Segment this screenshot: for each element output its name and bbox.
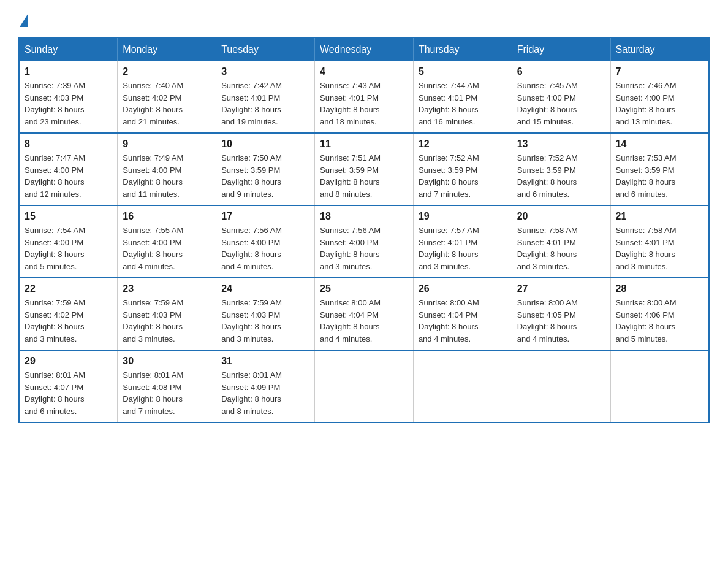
- calendar-cell: 22 Sunrise: 7:59 AMSunset: 4:02 PMDaylig…: [19, 278, 118, 350]
- day-number: 10: [221, 139, 309, 150]
- weekday-header-saturday: Saturday: [610, 37, 709, 61]
- day-info: Sunrise: 8:00 AMSunset: 4:06 PMDaylight:…: [616, 297, 703, 345]
- calendar-cell: 10 Sunrise: 7:50 AMSunset: 3:59 PMDaylig…: [216, 133, 315, 205]
- calendar-cell: 3 Sunrise: 7:42 AMSunset: 4:01 PMDayligh…: [216, 61, 315, 133]
- day-number: 6: [517, 66, 605, 77]
- day-number: 13: [517, 139, 605, 150]
- calendar-cell: [610, 350, 709, 423]
- day-info: Sunrise: 7:56 AMSunset: 4:00 PMDaylight:…: [221, 224, 309, 272]
- day-number: 26: [419, 283, 507, 294]
- page-header: [18, 12, 710, 25]
- day-info: Sunrise: 7:59 AMSunset: 4:03 PMDaylight:…: [123, 297, 211, 345]
- day-number: 1: [25, 66, 112, 77]
- logo-triangle-icon: [20, 13, 28, 27]
- calendar-cell: 2 Sunrise: 7:40 AMSunset: 4:02 PMDayligh…: [118, 61, 216, 133]
- day-info: Sunrise: 7:52 AMSunset: 3:59 PMDaylight:…: [517, 152, 605, 200]
- day-number: 14: [616, 139, 703, 150]
- day-info: Sunrise: 8:00 AMSunset: 4:04 PMDaylight:…: [419, 297, 507, 345]
- day-info: Sunrise: 7:44 AMSunset: 4:01 PMDaylight:…: [419, 80, 507, 128]
- day-info: Sunrise: 7:58 AMSunset: 4:01 PMDaylight:…: [616, 224, 703, 272]
- weekday-header-monday: Monday: [118, 37, 216, 61]
- day-info: Sunrise: 7:53 AMSunset: 3:59 PMDaylight:…: [616, 152, 703, 200]
- day-number: 28: [616, 283, 703, 294]
- day-info: Sunrise: 7:49 AMSunset: 4:00 PMDaylight:…: [123, 152, 211, 200]
- calendar-cell: 25 Sunrise: 8:00 AMSunset: 4:04 PMDaylig…: [315, 278, 414, 350]
- calendar-cell: 21 Sunrise: 7:58 AMSunset: 4:01 PMDaylig…: [610, 205, 709, 278]
- day-info: Sunrise: 7:59 AMSunset: 4:02 PMDaylight:…: [25, 297, 112, 345]
- day-info: Sunrise: 7:39 AMSunset: 4:03 PMDaylight:…: [25, 80, 112, 128]
- day-number: 4: [320, 66, 408, 77]
- day-number: 15: [25, 211, 112, 222]
- calendar-cell: 28 Sunrise: 8:00 AMSunset: 4:06 PMDaylig…: [610, 278, 709, 350]
- day-info: Sunrise: 7:54 AMSunset: 4:00 PMDaylight:…: [25, 224, 112, 272]
- calendar-week-row: 8 Sunrise: 7:47 AMSunset: 4:00 PMDayligh…: [19, 133, 709, 205]
- day-number: 21: [616, 211, 703, 222]
- calendar-cell: 4 Sunrise: 7:43 AMSunset: 4:01 PMDayligh…: [315, 61, 414, 133]
- day-number: 19: [419, 211, 507, 222]
- day-number: 7: [616, 66, 703, 77]
- weekday-header-tuesday: Tuesday: [216, 37, 315, 61]
- day-info: Sunrise: 7:57 AMSunset: 4:01 PMDaylight:…: [419, 224, 507, 272]
- calendar-cell: 31 Sunrise: 8:01 AMSunset: 4:09 PMDaylig…: [216, 350, 315, 423]
- calendar-cell: 26 Sunrise: 8:00 AMSunset: 4:04 PMDaylig…: [413, 278, 512, 350]
- day-info: Sunrise: 7:45 AMSunset: 4:00 PMDaylight:…: [517, 80, 605, 128]
- day-info: Sunrise: 8:01 AMSunset: 4:09 PMDaylight:…: [221, 369, 309, 417]
- calendar-table: SundayMondayTuesdayWednesdayThursdayFrid…: [18, 37, 710, 423]
- day-info: Sunrise: 8:00 AMSunset: 4:05 PMDaylight:…: [517, 297, 605, 345]
- calendar-week-row: 22 Sunrise: 7:59 AMSunset: 4:02 PMDaylig…: [19, 278, 709, 350]
- calendar-cell: 13 Sunrise: 7:52 AMSunset: 3:59 PMDaylig…: [512, 133, 610, 205]
- day-number: 27: [517, 283, 605, 294]
- day-number: 16: [123, 211, 211, 222]
- calendar-cell: [315, 350, 414, 423]
- calendar-cell: 1 Sunrise: 7:39 AMSunset: 4:03 PMDayligh…: [19, 61, 118, 133]
- day-info: Sunrise: 8:01 AMSunset: 4:07 PMDaylight:…: [25, 369, 112, 417]
- weekday-header-row: SundayMondayTuesdayWednesdayThursdayFrid…: [19, 37, 709, 61]
- day-info: Sunrise: 7:50 AMSunset: 3:59 PMDaylight:…: [221, 152, 309, 200]
- day-number: 12: [419, 139, 507, 150]
- day-number: 5: [419, 66, 507, 77]
- calendar-week-row: 1 Sunrise: 7:39 AMSunset: 4:03 PMDayligh…: [19, 61, 709, 133]
- calendar-cell: 19 Sunrise: 7:57 AMSunset: 4:01 PMDaylig…: [413, 205, 512, 278]
- calendar-cell: 8 Sunrise: 7:47 AMSunset: 4:00 PMDayligh…: [19, 133, 118, 205]
- day-number: 17: [221, 211, 309, 222]
- weekday-header-friday: Friday: [512, 37, 610, 61]
- day-number: 22: [25, 283, 112, 294]
- day-info: Sunrise: 7:40 AMSunset: 4:02 PMDaylight:…: [123, 80, 211, 128]
- calendar-week-row: 29 Sunrise: 8:01 AMSunset: 4:07 PMDaylig…: [19, 350, 709, 423]
- day-number: 2: [123, 66, 211, 77]
- day-number: 8: [25, 139, 112, 150]
- day-number: 30: [123, 356, 211, 367]
- day-number: 31: [221, 356, 309, 367]
- calendar-cell: 27 Sunrise: 8:00 AMSunset: 4:05 PMDaylig…: [512, 278, 610, 350]
- calendar-cell: 17 Sunrise: 7:56 AMSunset: 4:00 PMDaylig…: [216, 205, 315, 278]
- weekday-header-sunday: Sunday: [19, 37, 118, 61]
- calendar-week-row: 15 Sunrise: 7:54 AMSunset: 4:00 PMDaylig…: [19, 205, 709, 278]
- day-info: Sunrise: 8:00 AMSunset: 4:04 PMDaylight:…: [320, 297, 408, 345]
- calendar-cell: 30 Sunrise: 8:01 AMSunset: 4:08 PMDaylig…: [118, 350, 216, 423]
- day-info: Sunrise: 7:42 AMSunset: 4:01 PMDaylight:…: [221, 80, 309, 128]
- calendar-cell: 12 Sunrise: 7:52 AMSunset: 3:59 PMDaylig…: [413, 133, 512, 205]
- calendar-cell: 18 Sunrise: 7:56 AMSunset: 4:00 PMDaylig…: [315, 205, 414, 278]
- day-number: 23: [123, 283, 211, 294]
- day-number: 25: [320, 283, 408, 294]
- logo: [18, 12, 29, 25]
- calendar-cell: 7 Sunrise: 7:46 AMSunset: 4:00 PMDayligh…: [610, 61, 709, 133]
- day-info: Sunrise: 7:47 AMSunset: 4:00 PMDaylight:…: [25, 152, 112, 200]
- day-info: Sunrise: 7:51 AMSunset: 3:59 PMDaylight:…: [320, 152, 408, 200]
- calendar-cell: 9 Sunrise: 7:49 AMSunset: 4:00 PMDayligh…: [118, 133, 216, 205]
- calendar-cell: 15 Sunrise: 7:54 AMSunset: 4:00 PMDaylig…: [19, 205, 118, 278]
- day-info: Sunrise: 7:56 AMSunset: 4:00 PMDaylight:…: [320, 224, 408, 272]
- calendar-cell: 29 Sunrise: 8:01 AMSunset: 4:07 PMDaylig…: [19, 350, 118, 423]
- day-info: Sunrise: 7:52 AMSunset: 3:59 PMDaylight:…: [419, 152, 507, 200]
- day-info: Sunrise: 7:46 AMSunset: 4:00 PMDaylight:…: [616, 80, 703, 128]
- day-number: 24: [221, 283, 309, 294]
- day-info: Sunrise: 7:59 AMSunset: 4:03 PMDaylight:…: [221, 297, 309, 345]
- calendar-cell: [413, 350, 512, 423]
- day-number: 11: [320, 139, 408, 150]
- day-info: Sunrise: 8:01 AMSunset: 4:08 PMDaylight:…: [123, 369, 211, 417]
- calendar-cell: 5 Sunrise: 7:44 AMSunset: 4:01 PMDayligh…: [413, 61, 512, 133]
- calendar-cell: 16 Sunrise: 7:55 AMSunset: 4:00 PMDaylig…: [118, 205, 216, 278]
- calendar-cell: 20 Sunrise: 7:58 AMSunset: 4:01 PMDaylig…: [512, 205, 610, 278]
- weekday-header-wednesday: Wednesday: [315, 37, 414, 61]
- calendar-cell: 6 Sunrise: 7:45 AMSunset: 4:00 PMDayligh…: [512, 61, 610, 133]
